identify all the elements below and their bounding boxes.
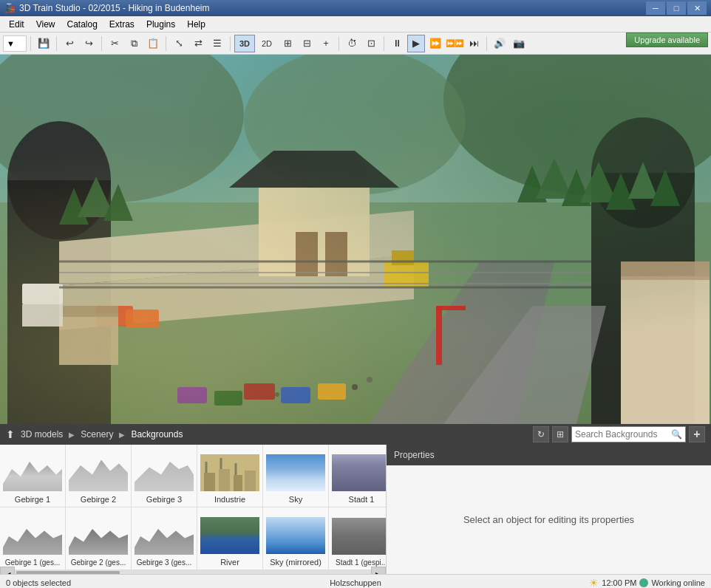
toolbar-grid2[interactable]: ⊟ (298, 35, 316, 52)
thumb-img-gebirge2ges (69, 518, 128, 555)
breadcrumb-arrow1: ▶ (69, 431, 75, 439)
toolbar-ff[interactable]: ⏩ (426, 35, 444, 52)
grid-view-button[interactable]: ⊞ (552, 426, 568, 442)
close-button[interactable]: ✕ (687, 1, 707, 15)
menu-view[interactable]: View (30, 18, 61, 31)
statusbar-right: ☀ 12:00 PM Working online (472, 577, 705, 589)
sep2 (56, 36, 57, 51)
selected-object: Holzschuppen (239, 578, 472, 587)
titlebar: 🚂 3D Train Studio - 02/2015 - Hiking in … (0, 0, 711, 16)
menu-plugins[interactable]: Plugins (140, 18, 181, 31)
toolbar-copy[interactable]: ⧉ (125, 35, 143, 52)
menu-edit[interactable]: Edit (3, 18, 30, 31)
thumb-img-stadt1gespi (332, 518, 386, 555)
label-stadt1gespi: Stadt 1 (gespi... (332, 558, 386, 567)
scene-overlay (0, 55, 711, 424)
online-indicator (639, 578, 648, 587)
menu-help[interactable]: Help (181, 18, 211, 31)
scroll-left-btn[interactable]: ◀ (0, 567, 15, 574)
search-input[interactable] (575, 429, 671, 440)
statusbar: 0 objects selected Holzschuppen ☀ 12:00 … (0, 574, 711, 588)
thumb-img-industrie (200, 454, 259, 491)
thumb-img-gebirge3ges (135, 518, 194, 555)
breadcrumb-3dmodels[interactable]: 3D models (18, 428, 66, 441)
thumb-img-gebirge1 (3, 454, 62, 491)
label-sky: Sky (266, 495, 325, 504)
breadcrumb-scenery[interactable]: Scenery (78, 428, 116, 441)
sun-icon: ☀ (589, 577, 599, 589)
toolbar-3d[interactable]: 3D (234, 35, 255, 52)
thumb-stadt1 (332, 454, 386, 492)
toolbar-save[interactable]: 💾 (35, 35, 52, 52)
sep3 (101, 36, 102, 51)
item-gebirge1[interactable]: Gebirge 1 (0, 445, 66, 507)
sep4 (166, 36, 166, 51)
item-gebirge2ges[interactable]: Gebirge 2 (ges... (66, 507, 132, 570)
toolbar-paste[interactable]: 📋 (144, 35, 162, 52)
minimize-button[interactable]: ─ (646, 1, 665, 15)
item-stadt1[interactable]: Stadt 1 (329, 445, 386, 507)
add-button[interactable]: + (689, 426, 705, 442)
toolbar-list[interactable]: ☰ (208, 35, 226, 52)
refresh-button[interactable]: ↻ (533, 426, 549, 442)
svg-rect-52 (204, 473, 215, 491)
menu-catalog[interactable]: Catalog (61, 18, 103, 31)
item-gebirge3[interactable]: Gebirge 3 (132, 445, 197, 507)
grid-row-2: Gebirge 1 (ges... Gebirge 2 (ges... Gebi… (0, 507, 386, 570)
search-icon: 🔍 (671, 429, 682, 440)
label-gebirge3: Gebirge 3 (135, 495, 194, 504)
item-stadt1gespi[interactable]: Stadt 1 (gespi... (329, 507, 386, 570)
statusbar-status: Working online (651, 578, 705, 587)
toolbar-dropdown[interactable]: ▼ (3, 35, 27, 52)
label-stadt1: Stadt 1 (332, 495, 386, 504)
toolbar-clock[interactable]: ⏱ (343, 35, 361, 52)
toolbar-transform1[interactable]: ⤡ (170, 35, 188, 52)
viewport[interactable] (0, 55, 711, 424)
item-gebirge3ges[interactable]: Gebirge 3 (ges... (132, 507, 197, 570)
breadcrumb-arrow2: ▶ (119, 431, 125, 439)
maximize-button[interactable]: □ (667, 1, 686, 15)
item-river[interactable]: River (197, 507, 263, 570)
toolbar-pause[interactable]: ⏸ (388, 35, 406, 52)
toolbar-2d[interactable]: 2D (256, 35, 277, 52)
scroll-right-btn[interactable]: ▶ (371, 567, 386, 574)
upgrade-button[interactable]: Upgrade available (626, 33, 708, 47)
toolbar-redo[interactable]: ↪ (80, 35, 98, 52)
selected-count: 0 objects selected (6, 578, 239, 587)
toolbar-screen[interactable]: ⊡ (362, 35, 380, 52)
label-skymirrored: Sky (mirrored) (266, 558, 325, 567)
item-skymirrored[interactable]: Sky (mirrored) (263, 507, 329, 570)
breadcrumb-home-icon[interactable]: ⬆ (6, 428, 15, 440)
toolbar-camera[interactable]: 📷 (510, 35, 528, 52)
titlebar-icon: 🚂 (4, 3, 16, 13)
label-gebirge1ges: Gebirge 1 (ges... (3, 558, 62, 567)
sep1 (30, 36, 31, 51)
toolbar-undo[interactable]: ↩ (61, 35, 78, 52)
toolbar-grid1[interactable]: ⊞ (279, 35, 296, 52)
scroll-thumb[interactable] (16, 571, 120, 574)
toolbar-cut[interactable]: ✂ (106, 35, 123, 52)
toolbar-plus[interactable]: + (317, 35, 335, 52)
item-sky[interactable]: Sky (263, 445, 329, 507)
toolbar-fff[interactable]: ⏩⏩ (446, 35, 463, 52)
sep7 (384, 36, 384, 51)
properties-panel: Properties Select an object for editing … (386, 445, 711, 574)
item-gebirge2[interactable]: Gebirge 2 (66, 445, 132, 507)
sep6 (339, 36, 339, 51)
menubar: Edit View Catalog Extras Plugins Help (0, 16, 711, 33)
horizontal-scrollbar[interactable]: ◀ ▶ (0, 570, 386, 574)
label-industrie: Industrie (200, 495, 259, 504)
toolbar-volume[interactable]: 🔊 (491, 35, 508, 52)
toolbar-end[interactable]: ⏭ (465, 35, 483, 52)
breadcrumb-backgrounds[interactable]: Backgrounds (128, 428, 186, 441)
toolbar-play[interactable]: ▶ (407, 35, 425, 52)
sep5 (230, 36, 231, 51)
toolbar-transform2[interactable]: ⇄ (189, 35, 207, 52)
menu-extras[interactable]: Extras (103, 18, 140, 31)
item-gebirge1ges[interactable]: Gebirge 1 (ges... (0, 507, 66, 570)
grid-row-1: Gebirge 1 Gebirge 2 Gebirge 3 (0, 445, 386, 507)
thumb-gebirge2ges (69, 517, 128, 555)
catalog-panel: Gebirge 1 Gebirge 2 Gebirge 3 (0, 445, 711, 574)
breadcrumb-controls: ↻ ⊞ 🔍 + (533, 426, 705, 442)
item-industrie[interactable]: Industrie (197, 445, 263, 507)
